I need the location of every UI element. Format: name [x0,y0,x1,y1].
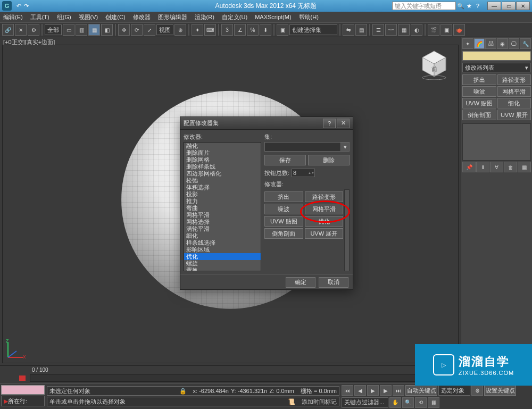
add-time-marker[interactable]: 添加时间标记 [302,398,337,406]
spinner-snap-icon[interactable]: ⬍ [260,24,271,36]
select-region-icon[interactable]: ▦ [88,24,100,36]
motion-tab-icon[interactable]: ◉ [497,38,508,49]
mod-tessellate[interactable]: 细化 [497,98,531,108]
mod-uvwmap[interactable]: UVW 贴图 [462,98,496,108]
dialog-close-button[interactable]: ✕ [337,119,350,128]
list-item[interactable]: 涡轮平滑 [184,226,261,232]
modifiers-listbox[interactable]: 融化删除面片删除网格删除样条线四边形网格化松弛体积选择投影推力弯曲网格平滑网格选… [184,142,261,271]
dialog-cancel-button[interactable]: 取消 [319,277,348,288]
list-item[interactable]: 删除网格 [184,156,261,163]
dialog-help-button[interactable]: ? [323,119,336,128]
grid-scrollbar[interactable] [344,189,350,271]
configure-sets-icon[interactable]: ▦ [518,162,531,172]
menu-render[interactable]: 渲染(R) [195,13,214,21]
key-filters-dropdown[interactable]: 关键点过滤器... [342,397,388,408]
set-btn-uvwmap[interactable]: UVW 贴图 [264,216,303,227]
lock-icon[interactable]: 🔒 [179,388,187,395]
list-item[interactable]: 网格选择 [184,219,261,226]
coord-x[interactable]: x: -6298.484n [193,388,229,394]
menu-group[interactable]: 组(G) [57,13,71,21]
list-item[interactable]: 细化 [184,232,261,239]
view-cube-icon[interactable]: 前 [418,48,450,80]
play-icon[interactable]: ▶ [367,385,379,396]
menu-edit[interactable]: 编辑(E) [3,13,23,21]
sets-combobox[interactable]: ▾ [264,142,350,152]
material-editor-icon[interactable]: ◐ [411,24,422,36]
menu-help[interactable]: 帮助(H) [299,13,319,21]
coord-z[interactable]: Z: 0.0mm [269,388,294,394]
link-icon[interactable]: 🔗 [2,24,14,36]
mirror-icon[interactable]: ⇋ [343,24,354,36]
mod-meshsmooth[interactable]: 网格平滑 [497,86,531,97]
modifier-list-dropdown[interactable]: 修改器列表 ▾ [462,63,531,72]
dialog-titlebar[interactable]: 配置修改器集 ? ✕ [180,117,353,130]
angle-snap-icon[interactable]: ∠ [234,24,246,36]
remove-modifier-icon[interactable]: 🗑 [504,162,517,172]
named-selection-icon[interactable]: ▣ [277,24,288,36]
layers-icon[interactable]: ☰ [372,24,384,36]
list-item[interactable]: 融化 [184,143,261,149]
scale-icon[interactable]: ⤢ [144,24,155,36]
select-name-icon[interactable]: ▥ [76,24,87,36]
menu-maxscript[interactable]: MAXScript(M) [255,14,291,20]
list-item[interactable]: 样条线选择 [184,239,261,246]
utilities-tab-icon[interactable]: 🔧 [520,38,531,49]
render-frame-icon[interactable]: ▣ [440,24,452,36]
list-item[interactable]: 删除样条线 [184,163,261,170]
show-end-result-icon[interactable]: Ⅱ [476,162,489,172]
list-item[interactable]: 松弛 [184,177,261,184]
hierarchy-tab-icon[interactable]: 品 [485,38,496,49]
align-icon[interactable]: ▤ [355,24,367,36]
window-crossing-icon[interactable]: ◧ [101,24,113,36]
minimize-button[interactable]: — [487,2,501,10]
spinner-arrows-icon[interactable]: ▲▼ [308,172,313,174]
mod-noise[interactable]: 噪波 [462,86,496,97]
maximize-button[interactable]: ▭ [502,2,516,10]
time-config-icon[interactable]: ⚙ [471,385,483,396]
mod-bevelprofile[interactable]: 倒角剖面 [462,110,496,120]
close-button[interactable]: ✕ [516,2,530,10]
save-set-button[interactable]: 保存 [264,155,306,165]
mod-uvwunwrap[interactable]: UVW 展开 [497,110,531,120]
dialog-ok-button[interactable]: 确定 [286,277,315,288]
modifier-stack[interactable] [462,123,531,161]
keyboard-icon[interactable]: ⌨ [204,24,216,36]
bind-icon[interactable]: ⚙ [28,24,39,36]
selection-filter[interactable]: 全部 [45,24,62,35]
next-frame-icon[interactable]: ▶ [380,385,392,396]
redo-icon[interactable]: ↷ [22,2,30,10]
pin-stack-icon[interactable]: 📌 [462,162,476,172]
list-item[interactable]: 删除面片 [184,149,261,156]
set-key-button[interactable]: 设置关键点 [484,385,516,396]
set-btn-extrude[interactable]: 挤出 [264,191,303,202]
make-unique-icon[interactable]: ∀ [490,162,503,172]
list-item[interactable]: 网格平滑 [184,212,261,219]
menu-modifiers[interactable]: 修改器 [133,13,151,21]
help-icon[interactable]: ? [474,2,481,10]
goto-start-icon[interactable]: ⏮ [342,385,353,396]
search-icon[interactable]: 🔍 [457,2,464,10]
key-target-dropdown[interactable]: 选定对象 [438,385,470,396]
menu-create[interactable]: 创建(C) [105,13,125,21]
auto-key-button[interactable]: 自动关键点 [405,385,437,396]
modify-tab-icon[interactable]: 🌈 [474,38,485,49]
set-btn-uvwunwrap[interactable]: UVW 展开 [305,228,344,239]
rotate-icon[interactable]: ⟳ [131,24,143,36]
list-item[interactable]: 体积选择 [184,184,261,191]
menu-graph-editors[interactable]: 图形编辑器 [158,13,187,21]
create-tab-icon[interactable]: ✦ [462,38,473,49]
object-name-field[interactable] [462,51,531,61]
pivot-icon[interactable]: ⊕ [174,24,186,36]
prev-frame-icon[interactable]: ◀ [354,385,366,396]
favorite-icon[interactable]: ★ [466,2,473,10]
mod-extrude[interactable]: 挤出 [462,74,496,85]
undo-icon[interactable]: ↶ [15,2,22,10]
menu-view[interactable]: 视图(V) [79,13,98,21]
list-item[interactable]: 螺旋 [184,260,261,267]
status-color-swatch[interactable] [1,385,45,395]
mod-pathdeform[interactable]: 路径变形 [497,74,531,85]
named-selection-dropdown[interactable]: 创建选择集 [289,24,337,35]
render-icon[interactable]: 🫖 [453,24,465,36]
timeline-start-marker[interactable] [19,375,26,381]
schematic-icon[interactable]: ▦ [398,24,410,36]
